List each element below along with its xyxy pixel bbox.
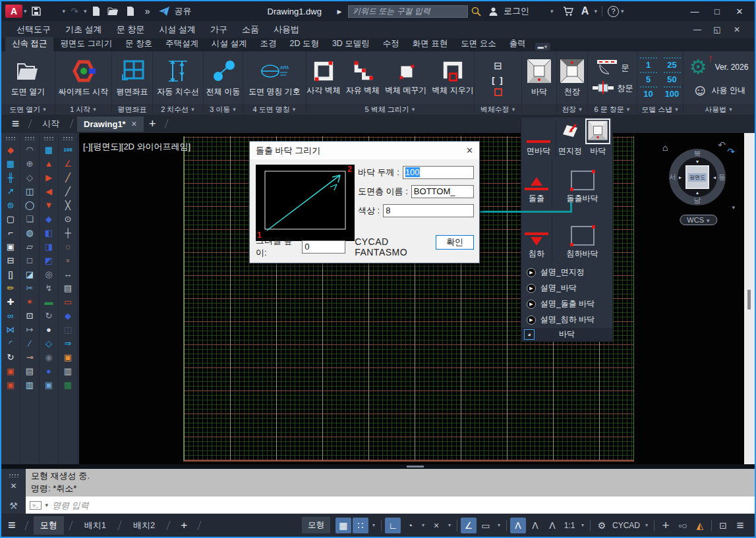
command-history[interactable]: 모형 재생성 중.명령: *취소* <box>26 469 755 497</box>
ribbon-tab[interactable]: 출력 <box>503 37 533 51</box>
close-icon[interactable]: ✕ <box>10 481 16 491</box>
wall-join-icon[interactable]: ⊟ <box>494 60 502 72</box>
ribbon-tab[interactable]: 신속 접근 <box>5 37 53 51</box>
viewcube-arrow-left[interactable]: ▸ <box>679 175 682 180</box>
cone-icon[interactable]: ◍ <box>22 226 38 240</box>
orbit-icon[interactable]: ↻ <box>41 309 57 323</box>
model-space-badge[interactable]: 모형 <box>302 517 330 533</box>
guide-button[interactable]: ☺ 사용 안내 <box>692 81 745 99</box>
free-wall-button[interactable]: 자유 벽체 <box>345 59 381 97</box>
panel-divider[interactable] <box>1 464 755 469</box>
box-icon[interactable]: □ <box>22 254 38 267</box>
description-item[interactable]: ▶ 설명_면지정 <box>521 265 612 281</box>
wall-fill-icon[interactable]: ▣ <box>3 240 18 254</box>
grip-handle[interactable] <box>5 136 16 140</box>
menu-item[interactable]: 선택도구 <box>9 24 58 36</box>
save-icon[interactable] <box>29 4 44 18</box>
autodesk-a-icon[interactable]: A <box>578 4 593 18</box>
grip-handle[interactable] <box>24 136 35 140</box>
panel-left-icon[interactable]: ◧ <box>41 226 57 240</box>
floor-button[interactable]: 바닥 <box>525 57 554 98</box>
align-left-icon[interactable]: ◀ <box>41 184 57 198</box>
dialog-titlebar[interactable]: 돌출 바닥 그리기 ✕ <box>250 142 479 159</box>
rotate-icon[interactable]: ↻ <box>3 350 18 364</box>
tab-drawing1[interactable]: Drawing1* ✕ <box>77 117 144 132</box>
loft-icon[interactable]: ◯ <box>22 198 38 212</box>
trim-icon[interactable]: ✂ <box>22 281 38 295</box>
doc-restore-button[interactable]: ◱ <box>707 25 727 34</box>
tab-model[interactable]: 모형 <box>34 516 64 535</box>
wall-fill-button[interactable]: 벽체 메꾸기 <box>384 59 428 97</box>
group-footer[interactable]: 1 시작▾ <box>55 104 111 115</box>
explode-icon[interactable]: ✶ <box>22 295 38 309</box>
wall-erase-button[interactable]: 벽체 지우기 <box>430 59 475 97</box>
menu-item[interactable]: 소품 <box>235 24 266 36</box>
divider-handle[interactable] <box>407 466 424 468</box>
polar-dropdown-icon[interactable]: ▾ <box>420 518 426 533</box>
wcs-dropdown[interactable]: WCS ▾ <box>680 215 717 225</box>
box-3d-icon[interactable]: ◇ <box>41 336 57 350</box>
group-footer[interactable]: 모델 스냅▾ <box>637 104 683 115</box>
viewcube-arrow-right[interactable]: ◂ <box>713 175 716 180</box>
redo-icon[interactable]: ↷ <box>67 4 82 18</box>
eraser-icon[interactable]: ✏ <box>3 281 18 295</box>
snap-value-button[interactable]: 10 <box>640 86 657 99</box>
menu-item[interactable]: 사용법 <box>266 24 306 36</box>
cycad-start-icon[interactable]: ◆ <box>3 143 18 157</box>
isodraft-icon[interactable]: × <box>428 518 444 533</box>
copy-rotate-icon[interactable]: ▣ <box>41 378 57 392</box>
name-symbol-icon[interactable]: ⊜ <box>3 198 18 212</box>
login-label[interactable]: 로그인 <box>504 5 529 17</box>
new-drawing-icon[interactable] <box>89 4 103 18</box>
minimize-button[interactable]: — <box>683 3 706 20</box>
rect-wall-icon[interactable]: ▢ <box>3 212 18 226</box>
dark-window-icon[interactable]: ◫ <box>60 323 76 336</box>
node-icon[interactable]: ▫ <box>60 254 76 267</box>
viewcube-arrow-up[interactable]: ▾ <box>696 159 699 165</box>
ribbon-tab[interactable]: 문 창호 <box>119 37 159 51</box>
copy-objects-icon[interactable]: ❏ <box>22 212 38 226</box>
group-footer[interactable]: 5 벽체 그리기▾ <box>306 104 474 115</box>
new-layout-button[interactable]: + <box>175 519 192 532</box>
viewcube-arrow-down[interactable]: ▴ <box>696 190 699 196</box>
grid-corner-icon[interactable]: ▦ <box>41 143 57 157</box>
hardware-menu-icon[interactable]: ≡ <box>732 518 748 533</box>
wall-gap-icon[interactable]: [ ] <box>492 75 504 85</box>
rotate-cw-icon[interactable]: ↷ <box>727 146 735 157</box>
pin-icon[interactable]: ◕ <box>524 329 535 340</box>
snap-value-button[interactable]: 1 <box>640 57 657 70</box>
ribbon-tab[interactable]: 화면 표현 <box>406 37 454 51</box>
polygon-tool-icon[interactable]: ◇ <box>22 171 38 184</box>
window-button[interactable]: 창문 <box>592 80 633 97</box>
name-symbol-button[interactable]: ARM 도면 명칭 기호 <box>247 57 302 98</box>
tab-layout2[interactable]: 배치2 <box>127 516 161 535</box>
move-icon[interactable]: ✚ <box>3 295 18 309</box>
align-down-icon[interactable]: ▼ <box>41 198 57 212</box>
slab-icon[interactable]: ▱ <box>22 240 38 254</box>
clip-icon[interactable]: ⊡ <box>22 309 38 323</box>
chevron-down-icon[interactable]: ▾ <box>621 8 624 14</box>
mirror-icon[interactable]: ⋈ <box>3 323 18 336</box>
cross-icon[interactable]: ╳ <box>60 198 76 212</box>
workspace-name[interactable]: CYCAD <box>611 518 641 533</box>
ribbon-tab[interactable]: 주택설계 <box>159 37 205 51</box>
ribbon-tab[interactable]: 조경 <box>253 37 283 51</box>
color-field[interactable]: 8 <box>383 204 474 217</box>
chevron-down-icon[interactable]: ▾ <box>45 502 49 508</box>
tab-start[interactable]: 시작 <box>36 115 66 132</box>
separator[interactable] <box>590 520 591 531</box>
align-right-icon[interactable]: ▶ <box>41 171 57 184</box>
share-label[interactable]: 공유 <box>175 5 192 17</box>
maximize-button[interactable]: □ <box>706 3 728 20</box>
extrude-item[interactable]: 돌출 <box>521 159 552 207</box>
search-input[interactable] <box>348 5 468 18</box>
polar-tracking-icon[interactable]: ◔ <box>402 518 418 533</box>
free-wall-icon[interactable]: ⌐ <box>3 226 18 240</box>
wall-modify-icon[interactable]: [] <box>3 267 18 281</box>
menu-item[interactable]: 기초 설계 <box>58 24 109 36</box>
ceiling-button[interactable]: 천장 <box>558 57 587 98</box>
annotation-autoscale-icon[interactable]: Λ <box>527 518 543 533</box>
open-drawing-button[interactable]: 도면 열기 <box>10 57 46 98</box>
wall-box-icon[interactable] <box>494 88 502 96</box>
group-footer[interactable]: 3 이동▾ <box>204 104 243 115</box>
